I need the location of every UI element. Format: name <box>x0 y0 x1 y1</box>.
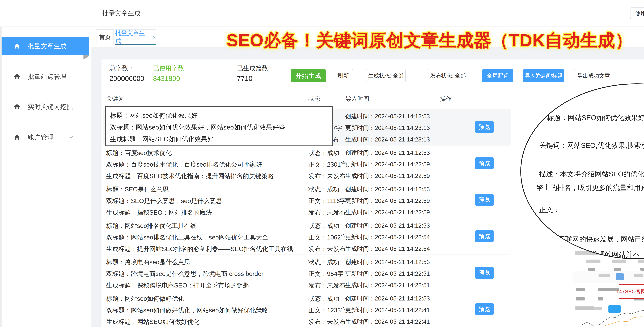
sidebar-item-label: 实时关键词挖掘 <box>28 102 73 111</box>
circle-text-line: 描述：本文将介绍网站SEO的优化方法，帮助您提升网 <box>539 169 644 179</box>
sidebar-item-1[interactable]: 批量站点管理 <box>0 67 92 86</box>
keyword-cell-line: 标题：网站seo如何做好优化 <box>106 295 184 303</box>
blurred-header-block <box>612 260 626 263</box>
generate-status-filter[interactable]: 生成状态: 全部 <box>366 69 406 82</box>
status-cell-line: 正文：1116字 <box>308 197 346 205</box>
time-cell-line: 更新时间：2024-05-21 14:22:59 <box>345 160 430 168</box>
time-cell-line: 创建时间：2024-05-21 14:12:53 <box>345 295 430 303</box>
time-cell-line: 更新时间：2024-05-21 14:22:41 <box>345 306 430 314</box>
keyword-cell-line: 标题：百度seo技术优化 <box>106 149 172 157</box>
status-cell-line: 正文：2301字 <box>308 160 347 169</box>
keyword-cell-line: 双标题：跨境电商seo是什么意思，跨境电商 cross border <box>106 270 264 278</box>
preview-button[interactable]: 预览 <box>475 303 494 315</box>
table-row: 标题：百度seo技术优化双标题：百度seo技术优化，百度seo排名优化公司哪家好… <box>103 145 510 182</box>
blurred-cell-block <box>598 297 603 301</box>
col-header-keyword: 关键词 <box>106 95 124 103</box>
time-cell-line: 生成时间：2024-05-21 14:23:13 <box>345 136 430 144</box>
time-cell-line: 生成时间：2024-05-21 14:22:59 <box>345 172 430 180</box>
time-cell-line: 创建时间：2024-05-21 14:12:53 <box>345 222 430 230</box>
row-separator <box>106 291 510 291</box>
status-cell-line: 发布：未发布 <box>308 208 346 217</box>
refresh-button[interactable]: 刷新 <box>334 69 353 82</box>
time-cell-line: 生成时间：2024-05-21 14:22:41 <box>345 318 430 326</box>
blurred-number-block <box>640 268 644 271</box>
keyword-cell-line: 双标题：百度seo技术优化，百度seo排名优化公司哪家好 <box>106 160 262 169</box>
time-cell-line: 创建时间：2024-05-21 14:12:53 <box>345 258 430 266</box>
tab-home[interactable]: 首页 <box>96 29 114 45</box>
sidebar-item-3[interactable]: 账户管理 <box>0 128 92 146</box>
table-row: 标题：网站seo如何做好优化双标题：网站seo如何做好优化，网站seo如何做好优… <box>103 291 510 327</box>
time-cell-line: 更新时间：2024-05-21 14:22:51 <box>345 270 430 278</box>
time-cell-line: 更新时间：2024-05-21 14:23:13 <box>345 124 430 132</box>
preview-button[interactable]: 预览 <box>475 194 494 206</box>
global-config-button[interactable]: 全局配置 <box>482 69 513 82</box>
circle-text-line: 擎上的排名，吸引更多的流量和用户。 <box>536 183 644 192</box>
blurred-header-block <box>638 260 644 263</box>
left-edge-strip <box>0 26 2 327</box>
status-cell-line: 发布：未发布 <box>308 318 346 326</box>
preview-button[interactable]: 预览 <box>475 121 494 133</box>
tab-batch-article-label: 批量文章生成 <box>115 29 149 45</box>
status-cell-line: 状态：成功 <box>308 222 340 230</box>
keyword-cell-line: 标题：SEO是什么意思 <box>106 185 168 194</box>
time-cell-line: 更新时间：2024-05-21 14:22:54 <box>345 233 430 241</box>
export-success-button[interactable]: 导出成功文章 <box>574 69 613 82</box>
tab-home-label: 首页 <box>99 33 111 41</box>
col-header-status: 状态 <box>308 95 320 103</box>
sidebar-item-label: 批量文章生成 <box>28 42 66 50</box>
keyword-cell-line: 双标题：SEO是什么意思，seo是什么意思 <box>106 197 222 205</box>
keyword-cell-line: 生成标题：百度SEO技术优化指南：提升网站排名的关键策略 <box>106 172 274 180</box>
stat-icon-blue <box>616 273 624 280</box>
blurred-header-block <box>586 260 600 263</box>
tab-close-icon[interactable]: × <box>152 34 156 41</box>
case-stamp: 147SEO官网案例，收录和排名稳定上升！ <box>619 284 644 299</box>
start-generate-button[interactable]: 开始生成 <box>291 69 326 82</box>
sidebar-item-label: 账户管理 <box>28 133 54 142</box>
row-separator <box>106 182 510 182</box>
home-icon <box>14 134 20 141</box>
icon-band <box>574 271 644 283</box>
keyword-cell-line: 生成标题：提升网站SEO排名的必备利器——SEO排名优化工具在线 <box>106 245 293 253</box>
breadcrumb: 批量文章生成 <box>102 0 141 26</box>
circle-text-line: 正文： <box>539 205 560 215</box>
generated-count-label: 已生成篇数： <box>237 64 274 72</box>
tab-batch-article[interactable]: 批量文章生成 × <box>115 29 156 45</box>
time-cell-line: 更新时间：2024-05-21 14:22:59 <box>345 197 430 205</box>
used-words-value: 8431800 <box>153 74 180 82</box>
status-cell-line: 发布：未发布 <box>308 281 346 290</box>
top-bar <box>0 0 644 27</box>
preview-button[interactable]: 预览 <box>475 157 494 169</box>
import-keywords-button[interactable]: 导入关键词/标题 <box>523 69 564 82</box>
chevron-down-icon <box>68 134 74 140</box>
preview-button[interactable]: 预览 <box>475 230 494 242</box>
status-cell-line: 发布：未发布 <box>308 172 346 180</box>
tutorial-button[interactable]: 使用教程 <box>630 7 644 19</box>
row-separator <box>106 255 510 255</box>
status-cell-line: 正文：1233字 <box>308 306 347 314</box>
status-cell-line: 状态：成功 <box>308 258 340 266</box>
blurred-label-block <box>598 274 610 277</box>
circle-text-line: 关键词：网站SEO,优化效果,搜索引擎排名,流量,用户 <box>539 141 644 150</box>
total-words-label: 总字数： <box>110 64 134 72</box>
keyword-cell-line: 双标题：网站seo排名优化工具在线，seo网站优化工具大全 <box>106 233 268 242</box>
publish-status-filter[interactable]: 发布状态: 全部 <box>428 69 468 82</box>
sidebar-item-0[interactable]: 批量文章生成 <box>1 37 89 55</box>
home-icon <box>14 73 20 80</box>
time-cell-line: 创建时间：2024-05-21 14:12:53 <box>345 149 430 157</box>
tooltip-line: 双标题：网站seo如何优化效果好，网站seo如何优化效果好些 <box>110 123 285 132</box>
sidebar: 批量文章生成批量站点管理实时关键词挖掘账户管理 <box>0 26 92 327</box>
status-cell-line: 状态：成功 <box>308 185 340 194</box>
case-screenshot: 147SEO官网案例，收录和排名稳定上升！ <box>574 250 644 327</box>
col-header-action: 操作 <box>440 95 452 103</box>
home-icon <box>14 103 20 110</box>
table-row: 标题：网站seo排名优化工具在线双标题：网站seo排名优化工具在线，seo网站优… <box>103 218 510 255</box>
preview-button[interactable]: 预览 <box>475 267 494 279</box>
status-cell-line: 布 <box>332 136 339 144</box>
time-cell-line: 创建时间：2024-05-21 14:12:53 <box>345 185 430 193</box>
tooltip-line: 标题：网站seo如何优化效果好 <box>110 111 198 120</box>
circle-text-line: 标题：网站SEO如何优化效果好 <box>547 113 644 123</box>
keyword-cell-line: 双标题：网站seo如何做好优化，网站seo如何做好优化策略 <box>106 306 268 314</box>
time-cell-line: 生成时间：2024-05-21 14:22:59 <box>345 208 430 216</box>
col-header-import-time: 导入时间 <box>346 95 369 103</box>
sidebar-item-2[interactable]: 实时关键词挖掘 <box>0 98 92 116</box>
